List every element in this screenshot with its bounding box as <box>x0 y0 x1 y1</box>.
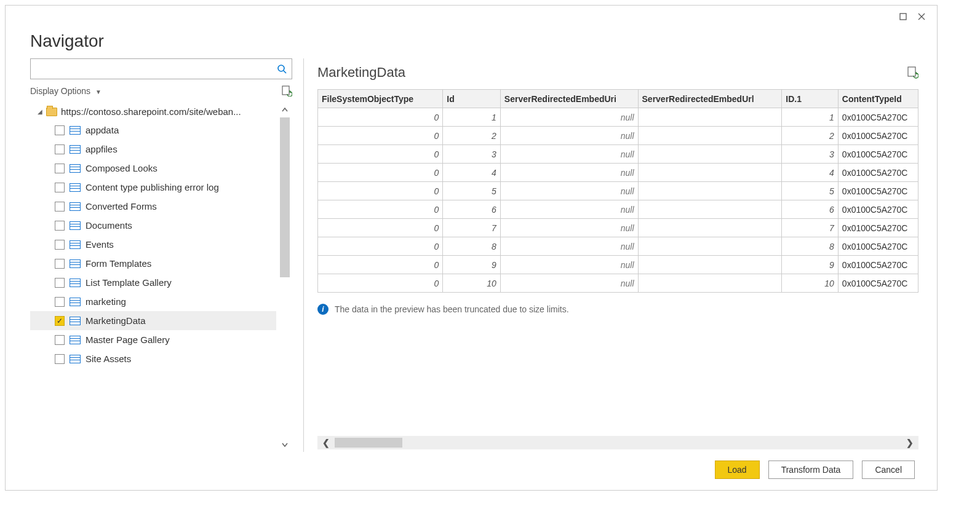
transform-data-button[interactable]: Transform Data <box>768 461 854 479</box>
svg-line-4 <box>284 71 286 73</box>
column-header[interactable]: ID.1 <box>782 90 839 108</box>
checkbox[interactable] <box>55 183 65 192</box>
table-cell: 4 <box>443 164 501 182</box>
collapse-icon[interactable]: ◢ <box>38 108 42 115</box>
tree-item-label: Events <box>86 239 114 250</box>
checkbox[interactable] <box>55 144 65 154</box>
scroll-thumb[interactable] <box>280 117 290 277</box>
scroll-left-icon[interactable]: ❮ <box>317 438 335 448</box>
table-icon <box>70 317 81 325</box>
tree-item[interactable]: Converted Forms <box>30 197 276 216</box>
table-cell: 0x0100C5A270C <box>838 274 918 293</box>
checkbox[interactable] <box>55 125 65 135</box>
tree-item[interactable]: marketing <box>30 292 276 311</box>
tree-item-label: List Template Gallery <box>86 277 172 288</box>
checkbox[interactable] <box>55 335 65 345</box>
table-cell <box>638 108 782 127</box>
tree-root[interactable]: ◢ https://contoso.sharepoint.com/site/we… <box>30 103 276 121</box>
svg-rect-5 <box>282 86 289 95</box>
table-icon <box>70 183 81 192</box>
svg-rect-0 <box>900 14 906 20</box>
tree-item[interactable]: ✓MarketingData <box>30 311 276 330</box>
tree-item-label: Documents <box>86 220 132 231</box>
checkbox[interactable] <box>55 202 65 211</box>
hscroll-thumb[interactable] <box>335 438 402 448</box>
table-row: 07null70x0100C5A270C <box>318 219 918 237</box>
table-row: 06null60x0100C5A270C <box>318 200 918 219</box>
tree-root-label: https://contoso.sharepoint.com/site/weba… <box>61 106 241 117</box>
table-cell: 0x0100C5A270C <box>838 145 918 164</box>
tree-item[interactable]: appdata <box>30 121 276 140</box>
table-cell: 6 <box>782 200 839 219</box>
search-icon[interactable] <box>274 61 290 77</box>
column-header[interactable]: Id <box>443 90 501 108</box>
svg-point-3 <box>278 65 284 71</box>
table-cell: 5 <box>782 182 839 200</box>
search-input[interactable] <box>30 58 292 79</box>
maximize-icon[interactable] <box>894 9 912 24</box>
refresh-preview-icon[interactable] <box>906 66 918 79</box>
close-icon[interactable] <box>912 9 931 24</box>
cancel-button[interactable]: Cancel <box>862 461 915 479</box>
tree-item[interactable]: List Template Gallery <box>30 273 276 292</box>
svg-rect-6 <box>908 67 915 76</box>
checkbox[interactable] <box>55 354 65 364</box>
tree-item[interactable]: Site Assets <box>30 349 276 368</box>
checkbox[interactable] <box>55 164 65 173</box>
tree-item[interactable]: Content type publishing error log <box>30 178 276 197</box>
table-cell: 0x0100C5A270C <box>838 127 918 145</box>
tree-item-label: Form Templates <box>86 258 151 269</box>
load-button[interactable]: Load <box>715 461 760 479</box>
column-header[interactable]: ContentTypeId <box>838 90 918 108</box>
table-row: 09null90x0100C5A270C <box>318 256 918 274</box>
checkbox[interactable] <box>55 221 65 231</box>
tree-scrollbar[interactable] <box>277 103 292 452</box>
table-cell: 9 <box>443 256 501 274</box>
scroll-up-icon[interactable] <box>277 103 292 117</box>
tree-item[interactable]: Documents <box>30 216 276 235</box>
table-cell: 6 <box>443 200 501 219</box>
table-cell: 0 <box>318 237 443 256</box>
tree-item[interactable]: Master Page Gallery <box>30 330 276 349</box>
table-icon <box>70 259 81 268</box>
table-icon <box>70 279 81 287</box>
scroll-down-icon[interactable] <box>277 437 292 452</box>
navigator-dialog: Navigator Display Options ▼ <box>5 5 938 491</box>
checkbox[interactable] <box>55 278 65 288</box>
table-cell: 0 <box>318 164 443 182</box>
display-options-dropdown[interactable]: Display Options ▼ <box>30 86 102 96</box>
tree-item[interactable]: appfiles <box>30 140 276 159</box>
scroll-right-icon[interactable]: ❯ <box>901 438 918 448</box>
folder-icon <box>46 108 57 116</box>
table-cell: 9 <box>782 256 839 274</box>
tree-item[interactable]: Composed Looks <box>30 159 276 178</box>
table-cell: 5 <box>443 182 501 200</box>
refresh-tree-icon[interactable] <box>281 85 292 97</box>
table-cell <box>638 127 782 145</box>
table-cell: 0x0100C5A270C <box>838 200 918 219</box>
dialog-header: Navigator <box>6 29 937 58</box>
table-cell: 8 <box>782 237 839 256</box>
checkbox[interactable] <box>55 240 65 250</box>
table-cell: null <box>500 127 638 145</box>
checkbox[interactable] <box>55 259 65 269</box>
table-icon <box>70 336 81 344</box>
tree-item-label: appfiles <box>86 144 118 154</box>
column-header[interactable]: ServerRedirectedEmbedUri <box>500 90 638 108</box>
checkbox[interactable]: ✓ <box>55 316 65 326</box>
table-row: 01null10x0100C5A270C <box>318 108 918 127</box>
title-bar <box>6 6 937 29</box>
table-cell: 0 <box>318 127 443 145</box>
checkbox[interactable] <box>55 297 65 307</box>
table-cell: 7 <box>782 219 839 237</box>
column-header[interactable]: ServerRedirectedEmbedUrl <box>638 90 782 108</box>
preview-hscrollbar[interactable]: ❮ ❯ <box>317 436 918 449</box>
tree-item-label: appdata <box>86 125 119 135</box>
tree-item[interactable]: Form Templates <box>30 254 276 273</box>
table-row: 04null40x0100C5A270C <box>318 164 918 182</box>
column-header[interactable]: FileSystemObjectType <box>318 90 443 108</box>
tree-item[interactable]: Events <box>30 235 276 254</box>
tree-item-label: Converted Forms <box>86 201 157 211</box>
info-icon: i <box>317 304 329 315</box>
tree-item-label: Master Page Gallery <box>86 334 170 345</box>
